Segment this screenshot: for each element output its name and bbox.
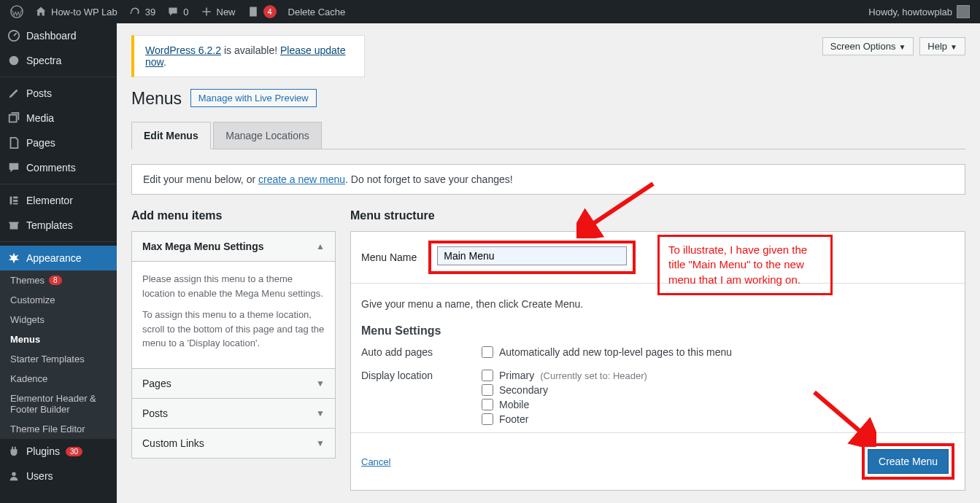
loc-mobile[interactable]: Mobile — [482, 399, 954, 410]
nav-pages[interactable]: Pages — [0, 130, 117, 155]
comments-count: 0 — [183, 7, 188, 17]
loc-footer-checkbox[interactable] — [482, 413, 493, 425]
nav-label: Elementor — [26, 195, 73, 206]
tab-edit-menus[interactable]: Edit Menus — [131, 122, 211, 149]
acc-pages[interactable]: Pages▼ — [132, 369, 335, 399]
chevron-down-icon: ▼ — [950, 43, 957, 51]
sub-label: Widgets — [10, 314, 45, 325]
add-menu-items-column: Add menu items Max Mega Menu Settings▲ P… — [131, 209, 336, 459]
sub-customize[interactable]: Customize — [0, 290, 117, 310]
nav-label: Spectra — [26, 55, 61, 66]
annotation-highlight: Create Menu — [862, 443, 954, 480]
wp-version-link[interactable]: WordPress 6.2.2 — [145, 44, 221, 56]
menu-name-input[interactable] — [437, 246, 627, 265]
chevron-down-icon: ▼ — [316, 438, 325, 448]
help-button[interactable]: Help▼ — [919, 37, 965, 55]
sub-theme-file-editor[interactable]: Theme File Editor — [0, 419, 117, 439]
nav-tabs: Edit Menus Manage Locations — [131, 122, 965, 149]
new-link[interactable]: New — [195, 0, 242, 23]
sub-elementor-hf[interactable]: Elementor Header & Footer Builder — [0, 389, 117, 419]
create-new-menu-link[interactable]: create a new menu — [258, 173, 345, 185]
acc-posts[interactable]: Posts▼ — [132, 399, 335, 429]
sub-menus[interactable]: Menus — [0, 330, 117, 349]
sub-label: Starter Templates — [10, 354, 85, 364]
chevron-down-icon: ▼ — [316, 408, 325, 418]
loc-mobile-checkbox[interactable] — [482, 399, 493, 410]
nav-comments[interactable]: Comments — [0, 155, 117, 180]
sub-label: Themes — [10, 275, 45, 286]
annotation-arrow-icon — [811, 389, 876, 447]
menu-panel: Menu Name To illustrate, I have given th… — [350, 231, 965, 491]
nav-spectra[interactable]: Spectra — [0, 48, 117, 73]
loc-primary[interactable]: Primary (Currently set to: Header) — [482, 370, 954, 381]
nav-posts[interactable]: Posts — [0, 81, 117, 106]
tab-manage-locations[interactable]: Manage Locations — [213, 122, 321, 149]
nav-users[interactable]: Users — [0, 464, 117, 488]
nav-plugins[interactable]: Plugins30 — [0, 439, 117, 464]
screen-options-button[interactable]: Screen Options▼ — [822, 37, 914, 55]
updates-link[interactable]: 39 — [123, 0, 161, 23]
nav-label: Pages — [26, 137, 55, 149]
nav-elementor[interactable]: Elementor — [0, 188, 117, 213]
comments-link[interactable]: 0 — [161, 0, 194, 23]
cancel-link[interactable]: Cancel — [361, 456, 390, 467]
panel-footer: Cancel Create Menu — [351, 432, 965, 490]
acc-label: Custom Links — [142, 437, 204, 449]
sub-kadence[interactable]: Kadence — [0, 369, 117, 389]
delete-cache-link[interactable]: Delete Cache — [282, 0, 352, 23]
themes-badge: 8 — [49, 276, 62, 285]
nav-label: Appearance — [26, 252, 82, 264]
main-content: Screen Options▼ Help▼ WordPress 6.2.2 is… — [117, 0, 980, 503]
nav-templates[interactable]: Templates — [0, 213, 117, 238]
sub-themes[interactable]: Themes8 — [0, 270, 117, 290]
nav-label: Comments — [26, 162, 76, 173]
infobar-text: . Do not forget to save your changes! — [345, 173, 513, 185]
admin-bar: How-to WP Lab 39 0 New 4 Delete Cache Ho… — [0, 0, 980, 23]
display-location-label: Display location — [361, 370, 482, 428]
live-preview-button[interactable]: Manage with Live Preview — [190, 89, 317, 107]
auto-add-checkbox-label[interactable]: Automatically add new top-level pages to… — [482, 346, 954, 358]
screen-meta: Screen Options▼ Help▼ — [822, 31, 965, 62]
notice-text: is available! — [221, 44, 280, 56]
new-label: New — [217, 7, 236, 17]
loc-label: Secondary — [499, 384, 548, 396]
nav-label: Templates — [26, 219, 73, 231]
loc-hint: (Currently set to: Header) — [540, 370, 647, 381]
chevron-down-icon: ▼ — [316, 378, 325, 389]
nav-dashboard[interactable]: Dashboard — [0, 23, 117, 48]
site-link[interactable]: How-to WP Lab — [29, 0, 123, 23]
nav-appearance[interactable]: Appearance — [0, 246, 117, 270]
loc-secondary[interactable]: Secondary — [482, 384, 954, 396]
sub-widgets[interactable]: Widgets — [0, 310, 117, 330]
svg-point-2 — [9, 56, 19, 66]
loc-primary-checkbox[interactable] — [482, 370, 493, 381]
appearance-submenu: Themes8 Customize Widgets Menus Starter … — [0, 270, 117, 439]
nav-label: Users — [26, 470, 53, 482]
sub-starter-templates[interactable]: Starter Templates — [0, 349, 117, 369]
chevron-down-icon: ▼ — [898, 43, 906, 51]
acc-mega-menu[interactable]: Max Mega Menu Settings▲ — [132, 232, 335, 262]
howdy-link[interactable]: Howdy, howtowplab — [863, 0, 976, 23]
loc-secondary-checkbox[interactable] — [482, 384, 493, 396]
svg-line-8 — [587, 184, 653, 227]
svg-line-9 — [814, 392, 865, 436]
create-menu-button[interactable]: Create Menu — [868, 449, 949, 474]
svg-rect-5 — [13, 200, 18, 202]
loc-label: Mobile — [499, 399, 529, 410]
acc-label: Posts — [142, 408, 168, 419]
site-name: How-to WP Lab — [51, 7, 117, 17]
auto-add-checkbox[interactable] — [482, 346, 493, 358]
menu-structure-column: Menu structure Menu Name To illustrate, … — [350, 209, 965, 491]
svg-point-7 — [12, 472, 15, 476]
infobar-text: Edit your menu below, or — [143, 173, 258, 185]
menu-structure-title: Menu structure — [350, 209, 965, 222]
loc-footer[interactable]: Footer — [482, 413, 954, 425]
acc-custom-links[interactable]: Custom Links▼ — [132, 429, 335, 458]
wp-logo[interactable] — [4, 0, 29, 23]
nav-media[interactable]: Media — [0, 106, 117, 130]
page-title: Menus — [131, 89, 182, 109]
forms-link[interactable]: 4 — [242, 0, 282, 23]
auto-add-label: Auto add pages — [361, 346, 482, 361]
svg-rect-3 — [10, 197, 12, 205]
nav-label: Dashboard — [26, 30, 77, 42]
